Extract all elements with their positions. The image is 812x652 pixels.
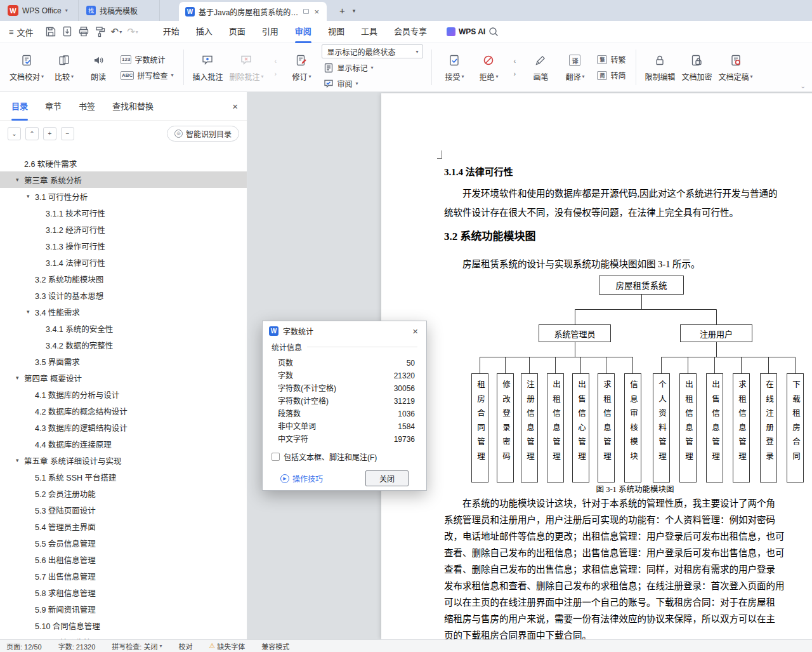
outline-item[interactable]: 5.10 合同信息管理 (0, 617, 247, 634)
outline-item[interactable]: 5.1 系统 SSH 平台搭建 (0, 469, 247, 485)
export-pdf-button[interactable] (59, 24, 75, 39)
outline-item[interactable]: 3.5 界面需求 (0, 353, 247, 369)
outline-item[interactable]: 5.9 新闻资讯管理 (0, 601, 247, 617)
expand-arrow-icon[interactable]: ▾ (27, 309, 35, 315)
file-menu-button[interactable]: ≡ 文件 (9, 26, 34, 38)
proofread-toggle[interactable]: 校对 (178, 641, 192, 651)
wps-office-tab[interactable]: W WPS Office ▾ (0, 0, 79, 21)
zoom-in-outline-button[interactable]: + (43, 127, 56, 140)
sidebar-tab-catalog[interactable]: 目录 (11, 92, 28, 121)
next-comment-button[interactable]: › (270, 69, 281, 79)
undo-dropdown-icon[interactable]: ▾ (119, 29, 122, 35)
outline-item[interactable]: 3.4.2 数据的完整性 (0, 336, 247, 353)
menu-tab-tools[interactable]: 工具 (353, 21, 386, 43)
outline-item[interactable]: 4.1 数据库的分析与设计 (0, 386, 247, 403)
outline-item[interactable]: ▾第四章 概要设计 (0, 369, 247, 386)
outline-item[interactable]: 3.1.3 操作可行性 (0, 237, 247, 254)
outline-item[interactable]: 5.2 会员注册功能 (0, 485, 247, 502)
format-painter-button[interactable] (92, 24, 108, 39)
redo-button[interactable]: ↷ ▾ (124, 24, 141, 39)
menu-tab-view[interactable]: 视图 (320, 21, 353, 43)
restrict-edit-button[interactable]: 限制编辑 (641, 47, 678, 88)
word-count-button[interactable]: 123 字数统计 (119, 53, 175, 66)
sidebar-tab-find-replace[interactable]: 查找和替换 (112, 92, 154, 121)
outline-item[interactable]: 5.8 求租信息管理 (0, 584, 247, 601)
page-indicator[interactable]: 页面: 12/50 (6, 641, 42, 651)
outline-item[interactable]: 2.6 软硬件需求 (0, 155, 247, 171)
compatibility-mode-indicator[interactable]: 兼容模式 (261, 641, 289, 651)
spellcheck-toggle[interactable]: 拼写检查: 关闭 ▾ (112, 641, 162, 651)
outline-item[interactable]: 4.3 数据库的逻辑结构设计 (0, 419, 247, 436)
review-button[interactable]: 审阅 ▾ (322, 77, 423, 90)
document-page[interactable]: 3.1.4 法律可行性 开发环境软件和使用的数据库都是开源代码,因此对这个系统进… (381, 93, 812, 639)
track-changes-button[interactable]: 修订▾ (284, 47, 318, 88)
read-aloud-button[interactable]: 朗读 (81, 47, 115, 88)
previous-comment-button[interactable]: ‹ (270, 56, 281, 66)
smart-identify-button[interactable]: ◎ 智能识别目录 (167, 126, 239, 142)
outline-item[interactable]: 5.3 登陆页面设计 (0, 502, 247, 518)
reject-button[interactable]: 拒绝▾ (471, 47, 506, 88)
to-simplified-button[interactable]: 简 转简 (595, 69, 627, 82)
to-traditional-button[interactable]: 繁 转繁 (595, 53, 627, 66)
new-tab-button[interactable]: + (336, 0, 349, 21)
sidebar-tab-bookmark[interactable]: 书签 (79, 92, 95, 121)
outline-item[interactable]: 5.5 会员信息管理 (0, 535, 247, 551)
accept-button[interactable]: 接受▾ (437, 47, 471, 88)
include-footnotes-option[interactable]: 包括文本框、脚注和尾注(F) (272, 451, 417, 462)
word-count-indicator[interactable]: 字数: 21320 (58, 641, 96, 651)
markup-state-select[interactable]: 显示标记的最终状态 ▾ (322, 44, 423, 58)
translate-button[interactable]: 译 翻译▾ (558, 47, 592, 88)
ribbon-collapse-icon[interactable]: ⌄ (801, 83, 806, 90)
outline-item[interactable]: 3.1.1 技术可行性 (0, 204, 247, 221)
expand-arrow-icon[interactable]: ▾ (16, 457, 24, 463)
outline-item[interactable]: 3.3 设计的基本思想 (0, 287, 247, 303)
menu-tab-page[interactable]: 页面 (221, 21, 254, 43)
tab-list-button[interactable]: ▾ (349, 0, 360, 21)
menu-tab-insert[interactable]: 插入 (188, 21, 221, 43)
outline-item[interactable]: 3.4.1 系统的安全性 (0, 320, 247, 336)
wps-ai-button[interactable]: WPS AI (447, 27, 485, 36)
undo-button[interactable]: ↶ ▾ (108, 24, 125, 39)
outline-item[interactable]: 4.4 数据库的连接原理 (0, 436, 247, 452)
outline-item[interactable]: ▾3.4 性能需求 (0, 303, 247, 320)
print-button[interactable] (75, 24, 92, 39)
menu-tab-home[interactable]: 开始 (155, 21, 188, 43)
encrypt-button[interactable]: 文档加密 (678, 47, 715, 88)
template-tab[interactable]: 找 找稿壳模板 (79, 0, 160, 21)
missing-font-indicator[interactable]: ⚠ 缺失字体 (209, 641, 245, 651)
dialog-close-icon[interactable]: × (410, 326, 420, 336)
outline-item[interactable]: 4.2 数据库的概念结构设计 (0, 403, 247, 419)
spell-check-button[interactable]: ABC 拼写检查 ▾ (119, 69, 175, 82)
search-button[interactable] (485, 24, 502, 39)
finalize-button[interactable]: 文档定稿▾ (716, 47, 756, 88)
outline-item[interactable]: 3.1.4 法律可行性 (0, 254, 247, 270)
save-button[interactable] (43, 24, 59, 39)
outline-item[interactable]: 5.11 网站公告管理 (0, 634, 247, 639)
outline-item[interactable]: ▾3.1 可行性分析 (0, 188, 247, 204)
expand-arrow-icon[interactable]: ▾ (27, 193, 35, 199)
close-tab-icon[interactable]: × (313, 7, 320, 17)
menu-tab-member[interactable]: 会员专享 (386, 21, 435, 43)
outline-item[interactable]: 5.6 出租信息管理 (0, 551, 247, 568)
next-change-button[interactable]: › (509, 69, 520, 79)
zoom-out-outline-button[interactable]: − (61, 127, 74, 140)
expand-all-button[interactable]: ⌃ (25, 127, 39, 140)
outline-item[interactable]: 5.7 出售信息管理 (0, 568, 247, 584)
menu-tab-review[interactable]: 审阅 (287, 21, 320, 43)
word-count-dialog-titlebar[interactable]: W 字数统计 × (263, 321, 426, 340)
sidebar-tab-chapter[interactable]: 章节 (45, 92, 62, 121)
pen-button[interactable]: 画笔 (523, 47, 558, 88)
outline-item[interactable]: ▾第五章 系统详细设计与实现 (0, 452, 247, 469)
compare-button[interactable]: 比较▾ (47, 47, 81, 88)
tips-link[interactable]: ▶ 操作技巧 (280, 473, 323, 484)
document-tab[interactable]: W 基于Java的房屋租赁系统的设... × (179, 2, 327, 21)
close-dialog-button[interactable]: 关闭 (365, 470, 409, 486)
doc-proof-button[interactable]: 文档校对▾ (6, 47, 47, 88)
checkbox-unchecked-icon[interactable] (272, 453, 280, 461)
outline-item[interactable]: 3.1.2 经济可行性 (0, 221, 247, 237)
expand-arrow-icon[interactable]: ▾ (16, 176, 24, 183)
chevron-down-icon[interactable]: ▾ (65, 8, 68, 13)
outline-item[interactable]: 3.2 系统功能模块图 (0, 270, 247, 287)
delete-comment-button[interactable]: 删除批注▾ (226, 47, 266, 88)
outline-item[interactable]: ▾第三章 系统分析 (0, 171, 247, 188)
